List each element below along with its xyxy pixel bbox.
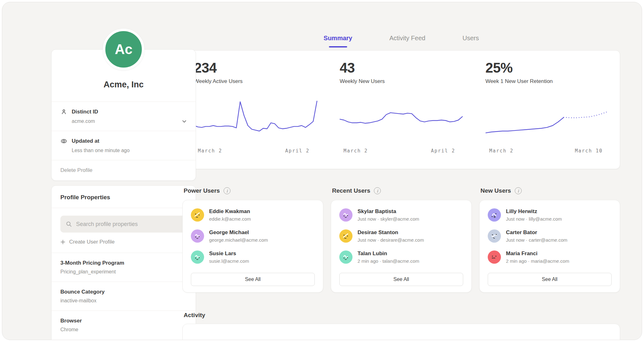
user-avatar: [191, 229, 204, 243]
tab-users[interactable]: Users: [463, 35, 479, 47]
doodle-face-icon: [341, 210, 351, 220]
user-avatar: [488, 208, 501, 222]
user-row[interactable]: George Michael george.michael@acme.com: [191, 229, 315, 243]
user-name: Carter Bator: [506, 229, 567, 236]
metric-label: Weekly Active Users: [194, 78, 317, 85]
retention-sparkline: [486, 95, 608, 145]
user-row[interactable]: Maria Franci 2 min ago · maria@acme.com: [488, 250, 612, 264]
user-name: Lilly Herwitz: [506, 208, 562, 215]
activity-stat: 240: [328, 338, 474, 340]
list-title: Recent Users: [332, 187, 370, 194]
user-row[interactable]: Susie Lars susie.l@acme.com: [191, 250, 315, 264]
recent-users-card: Skylar Baptista Just now · skyler@acme.c…: [331, 200, 472, 293]
x-axis-tick: April 2: [431, 148, 455, 154]
metric-week1-retention: 25% Week 1 New User Retention March 2 Ma…: [474, 60, 620, 169]
doodle-face-icon: [193, 210, 202, 220]
info-icon[interactable]: i: [515, 187, 522, 194]
doodle-face-icon: [193, 252, 202, 262]
user-subtitle: 2 min ago · talan@acme.com: [358, 258, 419, 264]
user-avatar: [191, 250, 204, 264]
property-name: Browser: [60, 318, 187, 324]
search-icon: [65, 221, 72, 228]
property-row[interactable]: Bounce Category inactive-mailbox: [52, 282, 196, 311]
activity-stat: 234: [183, 338, 328, 340]
metric-value: 43: [340, 60, 463, 76]
info-icon[interactable]: i: [224, 187, 230, 194]
x-axis-tick: March 2: [198, 148, 222, 154]
property-value: inactive-mailbox: [60, 298, 187, 304]
chevron-down-icon[interactable]: [181, 118, 187, 124]
weekly-new-users-sparkline: [340, 95, 463, 145]
property-value: Chrome: [60, 327, 187, 333]
field-label: Updated at: [72, 138, 99, 144]
property-name: 3-Month Pricing Program: [60, 260, 187, 266]
person-icon: [60, 108, 67, 115]
metric-value: 234: [194, 60, 317, 76]
doodle-face-icon: [341, 231, 351, 241]
user-name: Susie Lars: [209, 250, 249, 257]
user-avatar: [339, 229, 353, 243]
user-row[interactable]: Talan Lubin 2 min ago · talan@acme.com: [339, 250, 463, 264]
x-axis: March 2 March 10: [486, 148, 608, 156]
doodle-face-icon: [490, 210, 499, 220]
user-name: Talan Lubin: [358, 250, 419, 257]
x-axis: March 2 April 2: [194, 148, 317, 156]
metric-label: Week 1 New User Retention: [486, 78, 608, 85]
user-subtitle: Just now · desirare@acme.com: [358, 237, 424, 243]
tab-bar: Summary Activity Feed Users: [182, 35, 620, 47]
power-users-section: Power Users i Eddie Kwakman eddie.k@acme…: [182, 187, 323, 293]
power-users-card: Eddie Kwakman eddie.k@acme.com George Mi…: [182, 200, 323, 293]
user-name: Eddie Kwakman: [209, 208, 251, 215]
x-axis-tick: March 2: [489, 148, 514, 154]
x-axis-tick: March 10: [575, 148, 602, 154]
company-avatar: Ac: [103, 29, 144, 70]
weekly-active-users-sparkline: [194, 95, 317, 145]
x-axis-tick: April 2: [285, 148, 309, 154]
info-icon[interactable]: i: [374, 187, 381, 194]
user-row[interactable]: Eddie Kwakman eddie.k@acme.com: [191, 208, 315, 222]
create-user-profile-label: Create User Profile: [69, 239, 115, 245]
create-user-profile-button[interactable]: Create User Profile: [60, 239, 187, 245]
user-name: Desirae Stanton: [358, 229, 424, 236]
user-row[interactable]: Skylar Baptista Just now · skyler@acme.c…: [339, 208, 463, 222]
recent-users-section: Recent Users i Skylar Baptista Just now …: [331, 187, 472, 293]
activity-section-title: Activity: [184, 312, 205, 319]
user-subtitle: susie.l@acme.com: [209, 258, 249, 264]
user-subtitle: Just now · carter@acme.com: [506, 237, 567, 243]
see-all-button[interactable]: See All: [339, 273, 463, 286]
user-subtitle: Just now · skyler@acme.com: [358, 216, 419, 222]
user-subtitle: 2 min ago · maria@acme.com: [506, 258, 569, 264]
field-value: Less than one minute ago: [72, 148, 187, 153]
metric-label: Weekly New Users: [340, 78, 463, 85]
search-input[interactable]: [75, 221, 182, 228]
metric-weekly-new-users: 43 Weekly New Users March 2 April 2: [328, 60, 474, 169]
updated-at-row: Updated at Less than one minute ago: [52, 131, 196, 160]
property-row[interactable]: Browser Chrome: [52, 311, 196, 339]
x-axis: March 2 April 2: [340, 148, 463, 156]
metric-weekly-active-users: 234 Weekly Active Users March 2 April 2: [183, 60, 328, 169]
metric-value: 25%: [486, 60, 608, 76]
delete-profile-button[interactable]: Delete Profile: [52, 160, 196, 180]
user-row[interactable]: Carter Bator Just now · carter@acme.com: [488, 229, 612, 243]
see-all-button[interactable]: See All: [488, 273, 612, 286]
doodle-face-icon: [490, 231, 499, 241]
tab-summary[interactable]: Summary: [324, 35, 352, 47]
user-avatar: [339, 250, 353, 264]
user-avatar: [488, 250, 501, 264]
summary-metrics-card: 234 Weekly Active Users March 2 April 2 …: [182, 50, 620, 169]
tab-activity-feed[interactable]: Activity Feed: [389, 35, 425, 47]
see-all-button[interactable]: See All: [191, 273, 315, 286]
doodle-face-icon: [193, 231, 202, 241]
distinct-id-row[interactable]: Distinct ID acme.com: [52, 102, 196, 131]
user-subtitle: george.michael@acme.com: [209, 237, 268, 243]
user-row[interactable]: Lilly Herwitz Just now · lilly@acme.com: [488, 208, 612, 222]
new-users-card: Lilly Herwitz Just now · lilly@acme.com …: [479, 200, 620, 293]
list-title: Power Users: [184, 187, 220, 194]
property-row[interactable]: 3-Month Pricing Program Pricing_plan_exp…: [52, 253, 196, 282]
field-value: acme.com: [72, 118, 187, 124]
user-subtitle: Just now · lilly@acme.com: [506, 216, 562, 222]
user-avatar: [191, 208, 204, 222]
user-row[interactable]: Desirae Stanton Just now · desirare@acme…: [339, 229, 463, 243]
user-subtitle: eddie.k@acme.com: [209, 216, 251, 222]
search-profile-properties[interactable]: [60, 216, 187, 233]
